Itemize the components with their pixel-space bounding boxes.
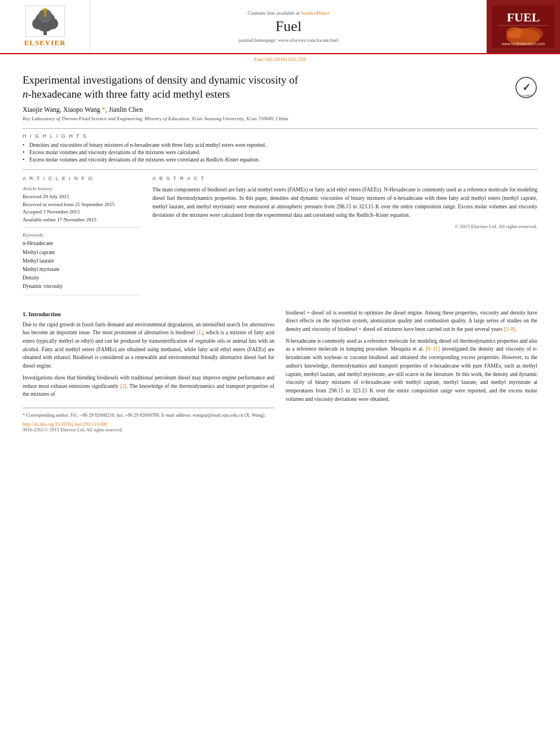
article-title: Experimental investigations of density a… xyxy=(23,73,515,101)
crossmark-icon: ✓ CrossMark xyxy=(515,76,537,99)
page: ELSEVIER Contents lists available at Sci… xyxy=(0,0,560,747)
ref-1[interactable]: [1] xyxy=(196,330,203,335)
highlights-label: H I G H L I G H T S xyxy=(23,133,537,139)
copyright-line: © 2015 Elsevier Ltd. All rights reserved… xyxy=(152,224,537,229)
available-date: Available online 17 November 2015 xyxy=(23,216,141,224)
publisher-logo: ELSEVIER xyxy=(0,0,90,53)
ref-3-8[interactable]: [3–8] xyxy=(504,326,515,332)
revised-date: Received in revised form 21 September 20… xyxy=(23,201,141,209)
contents-available-text: Contents lists available at ScienceDirec… xyxy=(248,10,330,16)
journal-header: ELSEVIER Contents lists available at Sci… xyxy=(0,0,560,54)
article-info: A R T I C L E I N F O Article history: R… xyxy=(23,176,141,299)
article-info-label: A R T I C L E I N F O xyxy=(23,176,141,181)
highlight-item-3: Excess molar volumes and viscosity devia… xyxy=(23,157,537,163)
svg-rect-7 xyxy=(44,12,46,17)
ref-2[interactable]: [2] xyxy=(120,383,126,389)
keyword-3: Methyl laurate xyxy=(23,257,141,265)
svg-text:✓: ✓ xyxy=(522,82,531,93)
authors: Xiaojie Wang, Xiaopo Wang *, Jianlin Che… xyxy=(23,106,537,114)
fuel-journal-cover: FUEL www.fuelpublication.com xyxy=(487,0,560,53)
keyword-6: Dynamic viscosity xyxy=(23,282,141,291)
svg-text:CrossMark: CrossMark xyxy=(519,94,533,97)
fuel-number-line: Fuel 166 (2016) 553–559 xyxy=(0,54,560,63)
keyword-5: Density xyxy=(23,274,141,282)
svg-text:www.fuelpublication.com: www.fuelpublication.com xyxy=(501,42,545,46)
body-left-col: 1. Introduction Due to the rapid growth … xyxy=(23,309,274,433)
received-date: Received 29 July 2015 xyxy=(23,193,141,201)
journal-title: Fuel xyxy=(275,18,301,35)
svg-point-6 xyxy=(43,8,47,12)
elsevier-wordmark: ELSEVIER xyxy=(24,38,66,47)
abstract-label: A B S T R A C T xyxy=(152,176,537,181)
fuel-cover-image: FUEL www.fuelpublication.com xyxy=(492,6,554,48)
intro-heading: 1. Introduction xyxy=(23,311,274,317)
copyright-footer: 0016-2361/© 2015 Elsevier Ltd. All right… xyxy=(23,427,274,433)
keyword-1: n-Hexadecane xyxy=(23,239,141,248)
svg-point-13 xyxy=(520,27,543,41)
doi-link[interactable]: http://dx.doi.org/10.1016/j.fuel.2015.11… xyxy=(23,421,274,427)
keyword-2: Methyl caprate xyxy=(23,248,141,257)
sciencedirect-link[interactable]: ScienceDirect xyxy=(301,10,329,16)
info-abstract-section: A R T I C L E I N F O Article history: R… xyxy=(23,169,537,299)
elsevier-logo: ELSEVIER xyxy=(24,6,66,47)
article-container: Experimental investigations of density a… xyxy=(0,63,560,444)
svg-text:FUEL: FUEL xyxy=(507,10,540,24)
journal-homepage: journal homepage: www.elsevier.com/locat… xyxy=(239,37,338,43)
intro-para-2: Investigations show that blending biodie… xyxy=(23,374,274,399)
keywords-label: Keywords: xyxy=(23,232,141,238)
title-section: Experimental investigations of density a… xyxy=(23,73,537,101)
abstract-section: A B S T R A C T The main components of b… xyxy=(152,176,537,299)
highlights-section: H I G H L I G H T S Densities and viscos… xyxy=(23,128,537,163)
footer-section: * Corresponding author. Tel.: +86 29 826… xyxy=(23,408,274,433)
body-text-section: 1. Introduction Due to the rapid growth … xyxy=(23,309,537,433)
author-asterisk: * xyxy=(102,106,106,113)
right-para-1: biodiesel + diesel oil is essential to o… xyxy=(286,309,537,334)
right-para-2: N-hexadecane is commonly used as a refer… xyxy=(286,337,537,404)
ref-9-11[interactable]: [9–11] xyxy=(426,346,440,352)
history-label: Article history: xyxy=(23,186,141,191)
intro-para-1: Due to the rapid growth in fossil fuels … xyxy=(23,321,274,370)
highlight-item-2: Excess molar volumes and viscosity devia… xyxy=(23,150,537,155)
body-right-col: biodiesel + diesel oil is essential to o… xyxy=(286,309,537,433)
accepted-date: Accepted 3 November 2015 xyxy=(23,208,141,216)
keywords-section: Keywords: n-Hexadecane Methyl caprate Me… xyxy=(23,232,141,295)
abstract-text: The main components of biodiesel are fat… xyxy=(152,186,537,219)
footnote: * Corresponding author. Tel.: +86 29 826… xyxy=(23,412,274,419)
highlight-item-1: Densities and viscosities of binary mixt… xyxy=(23,142,537,148)
elsevier-tree-icon xyxy=(25,6,65,37)
journal-info-center: Contents lists available at ScienceDirec… xyxy=(90,0,487,53)
article-history: Article history: Received 29 July 2015 R… xyxy=(23,186,141,228)
affiliation: Key Laboratory of Thermo-Fluid Science a… xyxy=(23,116,537,121)
keyword-4: Methyl myristate xyxy=(23,265,141,274)
